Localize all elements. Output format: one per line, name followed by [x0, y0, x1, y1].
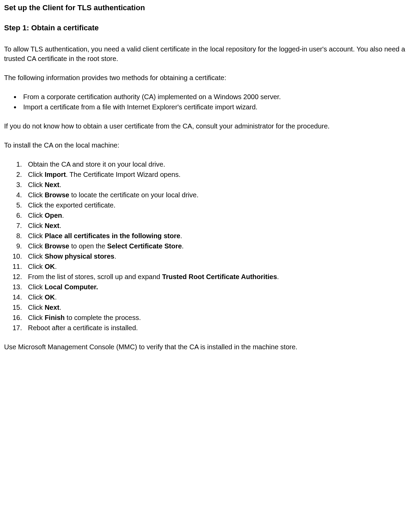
- step-item: Click Local Computer.: [24, 282, 416, 292]
- bold-term: OK: [45, 293, 55, 301]
- install-steps: Obtain the CA and store it on your local…: [4, 159, 416, 333]
- step-item: Click Finish to complete the process.: [24, 313, 416, 322]
- step-item: Click Browse to locate the certificate o…: [24, 190, 416, 200]
- step-item: From the list of stores, scroll up and e…: [24, 272, 416, 281]
- step-item: Click Import. The Certificate Import Wiz…: [24, 170, 416, 179]
- step-item: Click Next.: [24, 303, 416, 312]
- step-item: Click Browse to open the Select Certific…: [24, 241, 416, 251]
- step-item: Obtain the CA and store it on your local…: [24, 159, 416, 169]
- bold-term: Local Computer.: [45, 283, 98, 291]
- step-item: Click Next.: [24, 221, 416, 230]
- page-title: Set up the Client for TLS authentication: [4, 3, 416, 13]
- intro-paragraph-2: The following information provides two m…: [4, 73, 416, 82]
- step-item: Click Next.: [24, 180, 416, 189]
- bold-term: Trusted Root Certificate Authorities: [162, 273, 277, 280]
- step-item: Reboot after a certificate is installed.: [24, 323, 416, 333]
- admin-note: If you do not know how to obtain a user …: [4, 121, 416, 131]
- install-intro: To install the CA on the local machine:: [4, 140, 416, 150]
- step-item: Click Open.: [24, 211, 416, 220]
- step-item: Click Place all certificates in the foll…: [24, 231, 416, 241]
- step-item: Click OK.: [24, 262, 416, 271]
- bold-term: Next: [45, 304, 59, 311]
- bold-term: Place all certificates in the following …: [45, 232, 180, 240]
- bold-term: OK: [45, 263, 55, 270]
- methods-list: From a corporate certification authority…: [4, 92, 416, 112]
- intro-paragraph-1: To allow TLS authentication, you need a …: [4, 44, 416, 63]
- bold-term: Browse: [45, 191, 69, 199]
- bold-term: Next: [45, 181, 59, 188]
- bold-term: Open: [45, 212, 62, 219]
- list-item: Import a certificate from a file with In…: [20, 102, 416, 112]
- step-heading: Step 1: Obtain a certificate: [4, 23, 416, 33]
- bold-term: Browse: [45, 242, 69, 250]
- step-item: Click Show physical stores.: [24, 251, 416, 261]
- bold-term: Next: [45, 222, 59, 229]
- list-item: From a corporate certification authority…: [20, 92, 416, 102]
- closing-paragraph: Use Microsoft Management Console (MMC) t…: [4, 342, 416, 352]
- bold-term: Show physical stores: [45, 252, 115, 260]
- bold-term: Import: [45, 171, 66, 178]
- bold-term: Finish: [45, 314, 65, 321]
- bold-term: Select Certificate Store: [107, 242, 182, 250]
- step-item: Click the exported certificate.: [24, 200, 416, 210]
- step-item: Click OK.: [24, 292, 416, 302]
